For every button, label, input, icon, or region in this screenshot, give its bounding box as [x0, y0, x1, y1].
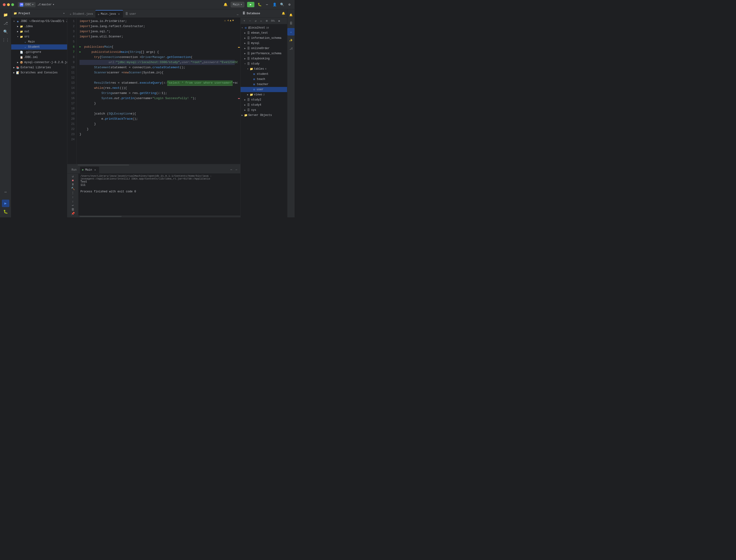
- editor-scrollbar-h[interactable]: [67, 164, 240, 166]
- db-label-sys: sys: [251, 108, 256, 112]
- db-item-teach-tbl[interactable]: ▶ ⊞ teach: [240, 77, 287, 82]
- db-ddl-button[interactable]: DDL: [270, 19, 276, 23]
- bottom-minimize-button[interactable]: —: [234, 168, 238, 172]
- ai-icon-btn[interactable]: ✨: [287, 36, 295, 44]
- db-edit-button[interactable]: ✏: [259, 19, 263, 23]
- db-connection-icon: ⊡: [244, 26, 247, 30]
- db-item-sys[interactable]: ▶ 🗄 sys: [240, 108, 287, 113]
- tab-student[interactable]: ☕ Student.java: [67, 10, 95, 18]
- scrollbar-thumb-h[interactable]: [78, 165, 129, 165]
- db-item-performance[interactable]: ▶ 🗄 performance_schema: [240, 51, 287, 56]
- wrap-button[interactable]: ↩: [70, 204, 76, 207]
- tab-more-button[interactable]: ⋯: [236, 12, 239, 18]
- warning-marker-1: [238, 47, 240, 48]
- db-minus-button[interactable]: −: [247, 19, 252, 23]
- bottom-more-button[interactable]: ⋯: [229, 168, 233, 172]
- scroll-down-button[interactable]: ↓: [70, 200, 76, 203]
- tab-user[interactable]: 🗄 user: [123, 10, 146, 18]
- db-item-staybooking[interactable]: ▶ 🗄 staybooking: [240, 56, 287, 61]
- db-item-ebean[interactable]: ▶ 🗄 ebean_test: [240, 30, 287, 36]
- db-item-views[interactable]: ▶ 📁 views 2: [240, 92, 287, 97]
- tree-item-src[interactable]: ▾ 📁 src: [11, 34, 67, 39]
- tree-arrow-idea: ▶: [16, 25, 20, 28]
- build-button[interactable]: 🔨: [70, 187, 76, 190]
- run-button[interactable]: ▶: [247, 2, 254, 7]
- run-console-icon-btn[interactable]: ▶: [2, 200, 9, 207]
- debug-console-icon-btn[interactable]: 🐛: [2, 208, 9, 215]
- notifications-icon-btn[interactable]: 🔔: [287, 11, 295, 19]
- vcs-icon-btn[interactable]: ⎇: [2, 20, 9, 27]
- db-item-tables[interactable]: ▾ 📁 tables 4: [240, 66, 287, 72]
- clear-button[interactable]: 🗑: [70, 208, 76, 211]
- structure-icon-btn[interactable]: ⋮⋮: [2, 36, 9, 44]
- db-item-localhost[interactable]: ▾ ⊡ @localhost 10: [240, 25, 287, 30]
- rerun-button[interactable]: ↺: [70, 175, 76, 178]
- tab-main-console-close[interactable]: ✕: [93, 168, 97, 172]
- tree-item-student[interactable]: ☕ Student: [11, 44, 67, 50]
- tree-item-main[interactable]: ☕ Main: [11, 39, 67, 44]
- search-icon[interactable]: 🔍: [279, 2, 284, 7]
- db-item-server-objects[interactable]: ▶ 📁 Server Objects: [240, 113, 287, 118]
- db-notification-icon[interactable]: 🔔: [282, 12, 285, 15]
- tools-button[interactable]: ⋮: [70, 191, 76, 195]
- db-item-study[interactable]: ▾ 🗄 study: [240, 61, 287, 66]
- java-icon-btn[interactable]: ☕: [287, 28, 295, 36]
- tree-item-scratches[interactable]: ▶ 📝 Scratches and Consoles: [11, 70, 67, 75]
- db-panel-icon-btn[interactable]: 🗄: [287, 20, 295, 27]
- scroll-up-button[interactable]: ↑: [70, 196, 76, 199]
- db-item-mysql[interactable]: ▶ 🗄 mysql: [240, 41, 287, 46]
- close-button[interactable]: [3, 3, 6, 6]
- db-add-button[interactable]: +: [242, 19, 247, 23]
- bottom-scrollbar-h[interactable]: [67, 215, 240, 217]
- run-config-dropdown[interactable]: Main ▾: [231, 2, 244, 7]
- tree-item-out[interactable]: ▶ 📁 out: [11, 29, 67, 34]
- bottom-scrollbar-thumb[interactable]: [79, 216, 122, 217]
- db-item-study2[interactable]: ▶ 🗄 study2: [240, 97, 287, 102]
- db-item-student-tbl[interactable]: ▶ ⊞ student: [240, 72, 287, 77]
- account-icon[interactable]: 👤: [272, 2, 277, 7]
- tree-item-jdbc-iml[interactable]: 📋 JDBC.iml: [11, 55, 67, 60]
- stop-button[interactable]: ■: [70, 179, 76, 182]
- db-item-study4[interactable]: ▶ 🗄 study4: [240, 102, 287, 108]
- pin-button[interactable]: 📌: [70, 212, 76, 215]
- tree-item-idea[interactable]: ▶ 📁 .idea: [11, 24, 67, 29]
- db-item-onlineorder[interactable]: ▶ 🗄 onlineOrder: [240, 46, 287, 51]
- db-item-information-schema[interactable]: ▶ 🗄 information_schema: [240, 36, 287, 41]
- db-item-user-tbl[interactable]: ▶ ⊞ user: [240, 87, 287, 92]
- settings-icon[interactable]: ⚙: [287, 2, 292, 7]
- debug-button[interactable]: 🐛: [257, 2, 262, 7]
- left-icon-bar: 📁 ⎇ 🔍 ⋮⋮ ⋯ ▶ 🐛: [0, 9, 11, 217]
- maximize-button[interactable]: [11, 3, 14, 6]
- pause-button[interactable]: ⏸: [70, 183, 76, 186]
- tree-item-jdbc[interactable]: ▾ ◉ JDBC ~/Desktop/CS/JavaEE/1 Ja: [11, 19, 67, 24]
- db-schema-icon-study2: 🗄: [247, 98, 250, 102]
- more-button[interactable]: ⋯: [265, 2, 269, 7]
- folder-icon-src: 📁: [20, 35, 23, 39]
- db-more-button[interactable]: ▶: [277, 19, 282, 23]
- more-tools-icon-btn[interactable]: ⋯: [2, 188, 9, 196]
- db-table-view-button[interactable]: ⊞: [264, 19, 269, 23]
- project-badge[interactable]: JD JDBC ▾: [18, 2, 36, 7]
- code-content[interactable]: ⚠ 4 ▲ ▼ import java.io.PrintWriter; impo…: [77, 18, 237, 164]
- db-refresh-button[interactable]: ↺: [253, 19, 258, 23]
- db-item-teacher-tbl[interactable]: ▶ ⊞ teacher: [240, 82, 287, 87]
- git-icon-btn[interactable]: ⎇: [287, 45, 295, 52]
- project-panel-chevron[interactable]: ▾: [63, 12, 65, 15]
- branch-badge[interactable]: ⎇ master ▾: [37, 3, 54, 6]
- folder-icon-btn[interactable]: 📁: [2, 11, 9, 19]
- tab-main-console[interactable]: ▶ Main ✕: [80, 167, 99, 173]
- tree-item-mysql-connector[interactable]: ▶ 📦 mysql-connector-j-8.2.0.jar: [11, 60, 67, 65]
- tab-run[interactable]: Run: [69, 167, 79, 173]
- output-process-finished: Process finished with exit code 0: [80, 190, 238, 193]
- tab-main-close[interactable]: ✕: [117, 12, 121, 16]
- search-everywhere-icon[interactable]: 🔔: [223, 2, 228, 7]
- tree-item-gitignore[interactable]: 📄 .gitignore: [11, 50, 67, 55]
- tab-main[interactable]: ☕ Main.java ✕: [95, 10, 123, 18]
- find-icon-btn[interactable]: 🔍: [2, 28, 9, 36]
- tree-arrow: ▾: [12, 20, 16, 23]
- db-badge-views: 2: [263, 93, 265, 96]
- db-table-icon-user: ⊞: [252, 88, 256, 91]
- minimize-button[interactable]: [7, 3, 10, 6]
- tree-item-external-libs[interactable]: ▶ 📚 External Libraries: [11, 65, 67, 70]
- code-line-17: }: [79, 101, 235, 106]
